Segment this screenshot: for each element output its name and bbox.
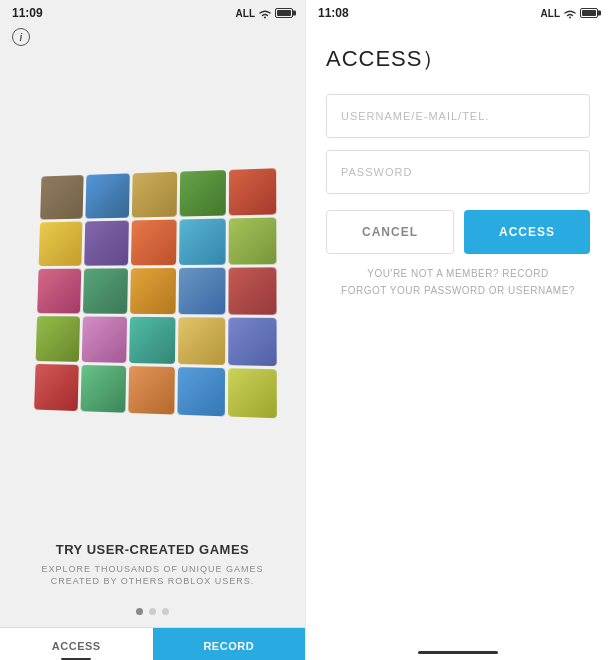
game-tile[interactable] bbox=[130, 219, 176, 265]
left-signal-text: ALL bbox=[236, 8, 255, 19]
left-tab-bar: ACCESS RECORD bbox=[0, 627, 305, 660]
game-tile[interactable] bbox=[228, 317, 276, 366]
tab-record-left[interactable]: RECORD bbox=[153, 628, 306, 660]
game-tile[interactable] bbox=[177, 367, 225, 416]
game-tile[interactable] bbox=[130, 268, 176, 314]
right-wifi-icon bbox=[563, 8, 577, 19]
game-tile[interactable] bbox=[82, 268, 127, 313]
game-tile[interactable] bbox=[81, 316, 126, 362]
right-battery-icon bbox=[580, 8, 598, 18]
game-tile[interactable] bbox=[40, 175, 84, 220]
game-tile[interactable] bbox=[38, 221, 82, 266]
dot-2[interactable] bbox=[149, 608, 156, 615]
forgot-password-link[interactable]: FORGOT YOUR PASSWORD OR USERNAME? bbox=[326, 285, 590, 296]
game-tile[interactable] bbox=[129, 317, 175, 364]
status-bar-right: 11:08 ALL bbox=[306, 0, 610, 24]
game-tile[interactable] bbox=[228, 168, 275, 215]
game-tile[interactable] bbox=[85, 173, 129, 218]
games-grid bbox=[34, 168, 277, 418]
dot-3[interactable] bbox=[162, 608, 169, 615]
cancel-button[interactable]: CANCEL bbox=[326, 210, 454, 254]
game-tile[interactable] bbox=[178, 268, 225, 315]
home-indicator bbox=[418, 651, 498, 654]
status-bar-left: 11:09 ALL bbox=[0, 0, 305, 24]
left-status-icons: ALL bbox=[236, 8, 293, 19]
left-panel: 11:09 ALL i bbox=[0, 0, 305, 660]
left-bottom: TRY USER-CREATED GAMES EXPLORE THOUSANDS… bbox=[0, 532, 305, 598]
game-tile[interactable] bbox=[227, 368, 276, 418]
game-tile[interactable] bbox=[228, 267, 276, 314]
tagline: TRY USER-CREATED GAMES bbox=[20, 542, 285, 557]
game-tile[interactable] bbox=[84, 220, 129, 265]
game-tile[interactable] bbox=[80, 365, 126, 413]
right-time: 11:08 bbox=[318, 6, 349, 20]
game-tile[interactable] bbox=[179, 218, 226, 264]
game-tile[interactable] bbox=[35, 316, 79, 362]
description: EXPLORE THOUSANDS OF UNIQUE GAMES CREATE… bbox=[20, 563, 285, 588]
game-tile[interactable] bbox=[177, 317, 224, 365]
games-grid-container bbox=[0, 50, 305, 532]
access-title: ACCESS） bbox=[326, 44, 590, 74]
wifi-icon bbox=[258, 8, 272, 19]
right-panel: 11:08 ALL ACCESS） CANCEL ACCESS YOU'RE N… bbox=[305, 0, 610, 660]
game-tile[interactable] bbox=[131, 172, 176, 218]
game-tile[interactable] bbox=[37, 269, 81, 314]
game-tile[interactable] bbox=[179, 170, 225, 216]
button-row: CANCEL ACCESS bbox=[326, 210, 590, 254]
right-status-icons: ALL bbox=[541, 8, 598, 19]
username-input[interactable] bbox=[326, 94, 590, 138]
info-icon[interactable]: i bbox=[12, 28, 30, 46]
dots-indicator bbox=[0, 598, 305, 627]
tab-access-left[interactable]: ACCESS bbox=[0, 628, 153, 660]
not-member-link[interactable]: YOU'RE NOT A MEMBER? RECORD bbox=[326, 268, 590, 279]
info-letter: i bbox=[20, 32, 23, 43]
game-tile[interactable] bbox=[228, 217, 276, 264]
left-time: 11:09 bbox=[12, 6, 43, 20]
dot-1[interactable] bbox=[136, 608, 143, 615]
right-content: ACCESS） CANCEL ACCESS YOU'RE NOT A MEMBE… bbox=[306, 24, 610, 348]
access-button[interactable]: ACCESS bbox=[464, 210, 590, 254]
right-signal-text: ALL bbox=[541, 8, 560, 19]
password-input[interactable] bbox=[326, 150, 590, 194]
battery-icon bbox=[275, 8, 293, 18]
game-tile[interactable] bbox=[128, 366, 175, 414]
game-tile[interactable] bbox=[34, 364, 79, 411]
